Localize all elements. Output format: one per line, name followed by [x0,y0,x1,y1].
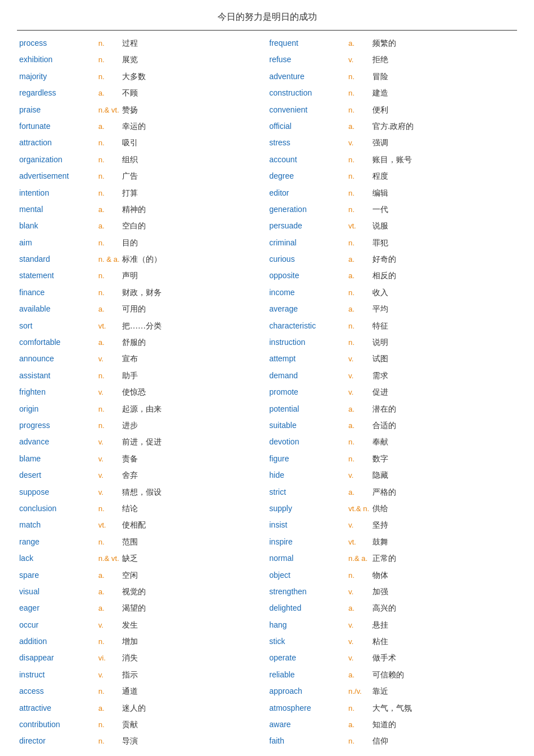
word-pos: v. [349,653,372,664]
word-pos: n. [98,54,122,66]
word-english: editor [270,187,349,199]
word-chinese: 渴望的 [122,602,146,615]
word-chinese: 收入 [372,287,388,299]
word-pos: a. [98,204,122,216]
list-item: persuadevt.说服 [267,218,518,234]
list-item: editorn.编辑 [267,185,518,201]
word-pos: a. [349,487,372,499]
list-item: desertv.舍弃 [17,467,267,483]
list-item: faithn.信仰 [267,733,518,749]
word-pos: n. [98,287,122,299]
word-pos: n. [98,71,122,83]
word-english: match [19,519,98,531]
word-pos: n. [349,736,372,748]
list-item: processn.过程 [17,35,267,51]
word-pos: v. [98,387,122,399]
list-item: suitablea.合适的 [267,417,518,434]
list-item: progressn.进步 [17,417,267,434]
word-chinese: 做手术 [372,652,396,664]
word-english: director [19,735,98,747]
word-english: reliable [270,668,349,681]
list-item: oppositea.相反的 [267,267,518,284]
list-item: sparea.空闲 [17,567,267,584]
word-chinese: 冒险 [372,71,388,83]
word-english: generation [270,203,349,215]
word-pos: v. [98,620,122,632]
list-item: generationn.一代 [267,201,518,218]
word-chinese: 通道 [122,685,138,698]
word-pos: n. [349,321,372,332]
list-item: visuala.视觉的 [17,584,267,600]
word-english: majority [19,70,98,83]
list-item: stressv.强调 [267,135,518,151]
word-english: instruction [270,336,349,348]
list-item: frightenv.使惊恐 [17,384,267,400]
word-english: figure [270,452,349,465]
word-english: access [19,685,98,697]
word-english: visual [19,585,98,598]
word-chinese: 数字 [372,453,388,465]
word-chinese: 可用的 [122,303,146,316]
word-pos: vt. [98,520,122,532]
list-item: intentionn.打算 [17,185,267,201]
word-chinese: 打算 [122,187,138,200]
word-english: occur [19,619,98,631]
word-pos: n. [349,171,372,183]
word-chinese: 合适的 [372,420,396,432]
list-item: refusev.拒绝 [267,51,518,68]
list-item: reliablea.可信赖的 [267,667,518,683]
word-english: account [270,153,349,166]
word-english: convenient [270,103,349,116]
word-english: opposite [270,269,349,282]
word-pos: v. [349,620,372,632]
list-item: exhibitionn.展览 [17,51,267,68]
list-item: normaln.& a.正常的 [267,550,518,567]
word-pos: a. [98,121,122,133]
word-pos: n. [98,188,122,200]
word-pos: v. [349,370,372,382]
word-english: advertisement [19,170,98,182]
word-pos: n. [349,188,372,200]
word-chinese: 便利 [372,104,388,116]
word-english: curious [270,253,349,265]
list-item: adventuren.冒险 [267,68,518,85]
word-pos: vt.& n. [349,503,372,515]
list-item: incomen.收入 [267,284,518,301]
list-item: promotev.促进 [267,384,518,400]
list-item: contributionn.贡献 [17,716,267,733]
word-chinese: 过程 [122,37,138,50]
word-chinese: 粘住 [372,636,388,648]
word-english: construction [270,87,349,99]
word-chinese: 一代 [372,204,388,216]
word-english: degree [270,170,349,182]
list-item: figuren.数字 [267,451,518,467]
word-chinese: 建造 [372,87,388,100]
list-item: announcev.宣布 [17,351,267,367]
word-english: intention [19,187,98,199]
list-item: hangv.悬挂 [267,617,518,633]
word-english: process [19,37,98,49]
word-pos: n. [98,420,122,432]
word-pos: v. [98,437,122,448]
word-english: hide [270,469,349,481]
list-item: stricta.严格的 [267,484,518,500]
word-pos: vt. [98,321,122,332]
word-chinese: 好奇的 [372,253,396,266]
list-item: sortvt.把……分类 [17,318,267,334]
word-chinese: 知道的 [372,719,396,731]
word-chinese: 幸运的 [122,120,146,133]
word-english: hang [270,619,349,631]
word-chinese: 程度 [372,170,388,183]
word-english: official [270,120,349,132]
list-item: frequenta.频繁的 [267,35,518,51]
list-item: attractionn.吸引 [17,135,267,151]
word-pos: n. [98,137,122,149]
word-chinese: 贡献 [122,719,138,731]
list-item: availablea.可用的 [17,301,267,317]
word-english: organization [19,153,98,166]
word-pos: n. [349,88,372,100]
word-pos: vt. [349,537,372,548]
word-chinese: 指示 [122,669,138,681]
word-pos: n./v. [349,686,372,698]
list-item: operatev.做手术 [267,650,518,666]
